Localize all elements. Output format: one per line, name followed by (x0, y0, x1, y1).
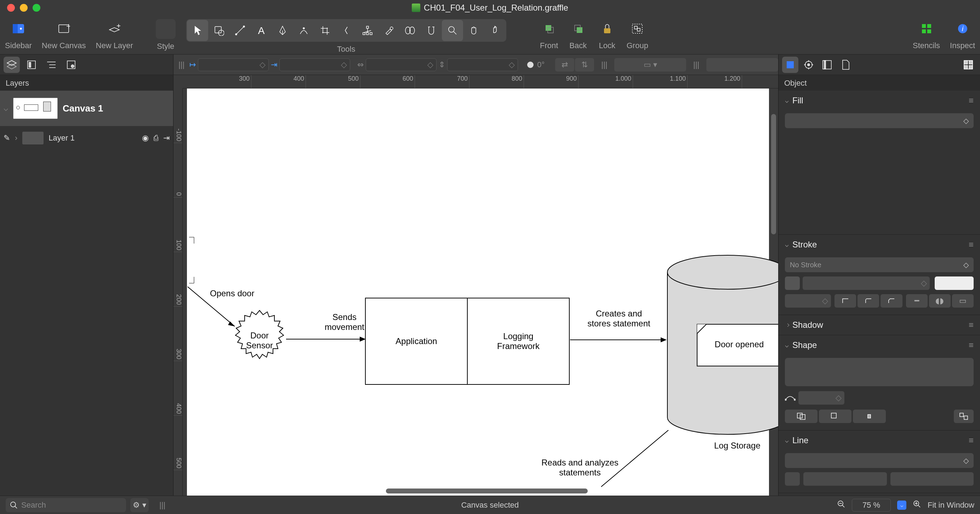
text-tool[interactable]: A (251, 20, 272, 41)
combine-intersect-button[interactable] (853, 410, 886, 423)
horizontal-ruler[interactable]: 300 400 500 600 700 800 900 1.000 1.100 … (183, 75, 778, 89)
menu-icon[interactable]: ≡ (969, 95, 974, 105)
menu-icon[interactable]: ≡ (969, 435, 974, 445)
handle-icon[interactable]: ||| (159, 501, 165, 510)
bring-to-front-button[interactable] (539, 19, 559, 38)
rubber-stamp-tool[interactable] (336, 20, 357, 41)
style-brush-tool[interactable] (378, 20, 399, 41)
chevron-right-icon[interactable]: › (15, 134, 18, 143)
shape-tool[interactable] (208, 20, 229, 41)
x-position-field[interactable]: ◇ (198, 59, 269, 71)
style-well[interactable] (156, 19, 176, 39)
settings-menu-button[interactable]: ⚙ ▾ (130, 498, 149, 512)
zoom-level-field[interactable]: 75 % (852, 499, 891, 511)
zoom-out-button[interactable] (837, 500, 845, 511)
line-header[interactable]: ⌵Line≡ (778, 430, 980, 450)
arrow-creates-stores[interactable] (570, 336, 669, 344)
line-tool[interactable] (229, 20, 251, 41)
maximize-window-button[interactable] (33, 4, 40, 12)
line-tail-dropdown[interactable] (803, 472, 887, 486)
menu-icon[interactable]: ≡ (969, 240, 974, 250)
selection-mode-tab[interactable] (63, 57, 79, 73)
lock-button[interactable] (598, 19, 617, 38)
height-field[interactable]: ◇ (447, 59, 518, 71)
expand-inspector-button[interactable] (960, 57, 977, 73)
canvases-mode-tab[interactable] (23, 57, 40, 73)
shape-picker[interactable] (785, 358, 974, 386)
rotation-dial[interactable] (527, 62, 533, 68)
crop-tool[interactable] (314, 20, 336, 41)
points-dropdown[interactable]: ◇ (799, 391, 845, 404)
layers-mode-tab[interactable] (3, 57, 20, 73)
pen-tool[interactable] (272, 20, 293, 41)
corner-miter-button[interactable] (835, 294, 856, 308)
y-position-field[interactable]: ◇ (279, 59, 350, 71)
pencil-icon[interactable]: ✎ (3, 134, 10, 143)
stroke-type-dropdown[interactable]: No Stroke◇ (785, 257, 974, 272)
flip-v-button[interactable]: ⇅ (575, 58, 594, 72)
cap-round-button[interactable]: ◖◗ (929, 294, 951, 308)
zoom-in-button[interactable] (913, 500, 921, 511)
close-window-button[interactable] (7, 4, 15, 12)
point-tool[interactable] (484, 20, 506, 41)
stroke-color-swatch[interactable] (785, 277, 800, 290)
canvas-area[interactable]: 300 400 500 600 700 800 900 1.000 1.100 … (173, 75, 778, 496)
vertical-ruler[interactable]: -100 0 100 200 300 400 500 600 (173, 89, 183, 496)
outline-mode-tab[interactable] (43, 57, 59, 73)
properties-inspector-tab[interactable] (800, 57, 817, 73)
flip-h-button[interactable]: ⇄ (555, 58, 574, 72)
stroke-style-dropdown[interactable]: ◇ (803, 277, 930, 290)
new-layer-button[interactable] (105, 19, 124, 38)
lock-icon[interactable]: ⇥ (163, 134, 170, 143)
vertical-scrollbar[interactable] (771, 114, 776, 234)
magnet-tool[interactable] (421, 20, 442, 41)
fill-type-dropdown[interactable]: ◇ (785, 113, 974, 128)
new-canvas-button[interactable] (54, 19, 73, 38)
canvas-inspector-tab[interactable] (819, 57, 835, 73)
connect-tool[interactable] (399, 20, 421, 41)
canvas-row[interactable]: ⌵ Canvas 1 (0, 91, 173, 126)
stencils-button[interactable] (917, 19, 936, 38)
combine-union-button[interactable] (785, 410, 818, 423)
toggle-sidebar-button[interactable] (9, 19, 28, 38)
combine-subtract-button[interactable] (819, 410, 851, 423)
line-start-swatch[interactable] (785, 472, 800, 486)
shape-logging-framework[interactable]: Logging Framework (467, 298, 570, 385)
minimize-window-button[interactable] (20, 4, 28, 12)
point-edit-tool[interactable] (293, 20, 314, 41)
width-field[interactable]: ◇ (366, 59, 436, 71)
fill-header[interactable]: ⌵Fill≡ (778, 91, 980, 110)
shape-header[interactable]: ⌵Shape≡ (778, 335, 980, 355)
fit-in-window-button[interactable]: Fit in Window (928, 501, 974, 510)
corner-bevel-button[interactable] (880, 294, 902, 308)
stroke-header[interactable]: ⌵Stroke≡ (778, 235, 980, 255)
group-button[interactable] (628, 19, 647, 38)
cap-square-button[interactable]: ▭ (952, 294, 974, 308)
stroke-width-stepper[interactable] (935, 277, 974, 290)
arrow-opens-door[interactable] (187, 280, 251, 336)
object-inspector-tab[interactable] (782, 57, 799, 73)
cap-butt-button[interactable]: ━ (906, 294, 928, 308)
menu-icon[interactable]: ≡ (969, 340, 974, 350)
send-to-back-button[interactable] (569, 19, 588, 38)
zoom-dropdown-button[interactable]: ⌵ (897, 501, 906, 510)
hand-tool[interactable] (463, 20, 484, 41)
arrow-sends-movement[interactable] (286, 336, 368, 343)
selection-tool[interactable] (187, 20, 208, 41)
diagram-tool[interactable] (357, 20, 378, 41)
dash-dropdown[interactable]: ◇ (785, 294, 831, 308)
toggle-guides-button[interactable] (706, 58, 778, 72)
guides-h-icon[interactable]: ||| (178, 60, 185, 69)
shadow-header[interactable]: ⌵Shadow≡ (778, 315, 980, 335)
layer-row[interactable]: ✎ › Layer 1 ◉ ⎙ ⇥ (0, 126, 173, 150)
print-icon[interactable]: ⎙ (154, 134, 158, 143)
zoom-tool[interactable] (442, 20, 463, 41)
canvas-page[interactable]: Opens door Door Sensor Sends movement Ap… (187, 89, 769, 496)
document-inspector-tab[interactable] (837, 57, 854, 73)
chevron-down-icon[interactable]: ⌵ (3, 104, 8, 113)
arrow-reads-analyzes[interactable] (598, 430, 676, 490)
combine-separate-button[interactable] (954, 410, 974, 423)
aspect-lock-button[interactable]: ▭ ▾ (614, 58, 686, 72)
corner-round-button[interactable] (858, 294, 879, 308)
menu-icon[interactable]: ≡ (969, 320, 974, 330)
